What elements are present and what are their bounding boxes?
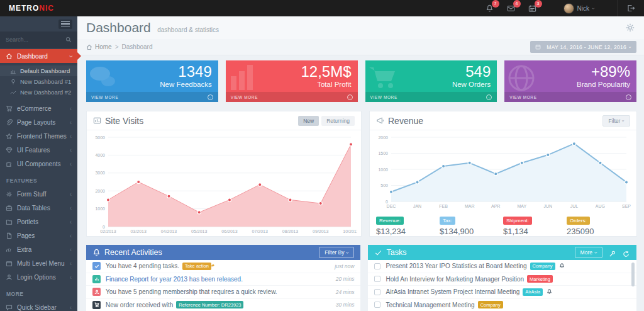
svg-text:JAN: JAN: [413, 204, 421, 208]
date-range-picker[interactable]: MAY 14, 2016 - JUNE 12, 2016 ‹: [530, 41, 636, 53]
take-action-badge[interactable]: Take action: [182, 263, 211, 270]
site-visits-new-button[interactable]: New: [298, 116, 319, 126]
wrench-icon[interactable]: [609, 249, 616, 256]
gear-icon: [6, 191, 13, 198]
activity-row[interactable]: New order received with Reference Number…: [86, 299, 360, 311]
chevron-left-icon: ‹: [70, 260, 72, 267]
sidebar-item-new-dashboard-1[interactable]: New Dashboard #1: [0, 76, 77, 87]
tile-brand-popularity[interactable]: +89% Brand Popularity VIEW MORE→: [504, 60, 636, 102]
tasks-scrollbar[interactable]: [631, 263, 635, 286]
trend-line-icon: [10, 89, 16, 96]
search-input[interactable]: [6, 37, 65, 43]
tile-label: Brand Popularity: [504, 81, 636, 88]
activity-row[interactable]: You have 4 pending tasks. Take action ju…: [86, 260, 360, 273]
check-icon: [92, 262, 101, 270]
sidebar-item-extra[interactable]: Extra‹: [0, 242, 77, 256]
inbox-button[interactable]: 4: [507, 4, 516, 13]
tile-value: +89%: [504, 60, 636, 81]
arrow-circle-icon[interactable]: →: [486, 94, 492, 100]
task-checkbox[interactable]: [374, 276, 380, 282]
tile-view-more[interactable]: VIEW MORE: [509, 95, 536, 99]
top-bar: METRONIC 7 4 3 Nick ‹: [0, 0, 644, 16]
tasks-list: Present 2013 Year IPO Statistics at Boar…: [368, 260, 636, 311]
revenue-stats: Revenue: $13,234 Tax: $134,900 Shipment:…: [370, 212, 636, 240]
chevron-left-icon: ‹: [70, 119, 72, 126]
svg-text:3000: 3000: [95, 171, 105, 175]
svg-text:03/2013: 03/2013: [131, 229, 147, 234]
breadcrumb-home[interactable]: Home: [95, 43, 112, 50]
folder-icon: [6, 218, 13, 225]
svg-text:DEC: DEC: [387, 204, 396, 208]
logo-accent: NIC: [39, 4, 54, 13]
page-settings-button[interactable]: [624, 21, 636, 34]
tile-view-more[interactable]: VIEW MORE: [370, 95, 397, 99]
tile-new-feedbacks[interactable]: 1349 New Feedbacks VIEW MORE→: [86, 60, 218, 102]
notifications-bell-button[interactable]: 7: [486, 4, 494, 13]
sidebar-item-ecommerce[interactable]: eCommerce‹: [0, 101, 77, 115]
sidebar-item-default-dashboard[interactable]: Default Dashboard: [0, 65, 77, 76]
sidebar-item-pages[interactable]: Pages‹: [0, 229, 77, 242]
sidebar-item-label: New Dashboard #2: [20, 89, 71, 96]
sidebar-item-dashboard[interactable]: Dashboard ‹: [0, 49, 77, 63]
paperclip-icon: [6, 119, 13, 126]
sidebar-toggle-button[interactable]: [58, 20, 72, 29]
activity-text: New order received with: [106, 302, 173, 308]
tile-view-more[interactable]: VIEW MORE: [91, 95, 118, 99]
tasks-calendar-button[interactable]: 3: [528, 4, 537, 13]
activity-row[interactable]: You have 5 pending membership that requi…: [86, 286, 360, 299]
task-row[interactable]: Technical Management Meeting Company: [368, 299, 636, 311]
task-checkbox[interactable]: [374, 302, 380, 308]
app-logo[interactable]: METRONIC: [9, 4, 54, 13]
sidebar-item-portlets[interactable]: Portlets‹: [0, 215, 77, 229]
misc-icon: [6, 246, 13, 253]
task-checkbox[interactable]: [374, 263, 380, 269]
svg-text:AUG: AUG: [596, 204, 605, 208]
svg-text:JUN: JUN: [544, 204, 553, 208]
task-checkbox[interactable]: [374, 289, 380, 295]
arrow-circle-icon[interactable]: →: [626, 94, 631, 100]
sidebar-item-ui-features[interactable]: UI Features‹: [0, 143, 77, 157]
sidebar-item-multi-level-menu[interactable]: Multi Level Menu‹: [0, 256, 77, 270]
sidebar-item-new-dashboard-2[interactable]: New Dashboard #2: [0, 87, 77, 98]
portlet-title: Recent Activities: [104, 248, 162, 257]
sidebar-item-label: UI Components: [17, 161, 60, 167]
tile-label: New Feedbacks: [86, 81, 218, 88]
arrow-circle-icon[interactable]: →: [208, 94, 213, 100]
page-subtitle: dashboard & statistics: [157, 26, 219, 33]
sidebar-item-page-layouts[interactable]: Page Layouts‹: [0, 115, 77, 129]
sidebar-section-more: MORE: [0, 284, 77, 300]
portlet-title: Site Visits: [105, 116, 143, 126]
user-menu[interactable]: Nick ‹: [564, 3, 594, 14]
tile-value: 1349: [86, 60, 218, 81]
chevron-left-icon: ‹: [70, 191, 72, 198]
tile-total-profit[interactable]: 12,5M$ Total Profit VIEW MORE→: [226, 60, 358, 102]
task-row[interactable]: Present 2013 Year IPO Statistics at Boar…: [368, 260, 636, 273]
tasks-more-button[interactable]: More‹: [575, 247, 602, 258]
sidebar-item-form-stuff[interactable]: Form Stuff‹: [0, 187, 77, 201]
revenue-filter-button[interactable]: Filter‹: [602, 115, 630, 127]
tasks-count-badge: 3: [535, 0, 542, 8]
sidebar-item-frontend-themes[interactable]: Frontend Themes‹: [0, 129, 77, 143]
activity-text-link[interactable]: Finance Report for year 2013 has been re…: [106, 276, 243, 283]
activities-filter-by-button[interactable]: Filter By‹: [319, 247, 354, 258]
logout-button[interactable]: [617, 0, 644, 16]
refresh-icon[interactable]: [623, 249, 630, 256]
diamond-icon: [6, 147, 13, 154]
task-row[interactable]: Hold An Interview for Marketing Manager …: [368, 273, 636, 286]
tile-new-orders[interactable]: 549 New Orders VIEW MORE→: [365, 60, 497, 102]
tile-view-more[interactable]: VIEW MORE: [231, 95, 258, 99]
sidebar-item-ui-components[interactable]: UI Components‹: [0, 157, 77, 171]
activity-text: You have 4 pending tasks.: [106, 263, 179, 269]
site-visits-returning-button[interactable]: Returning: [321, 116, 355, 126]
activity-row[interactable]: Finance Report for year 2013 has been re…: [86, 273, 360, 286]
reference-number-badge: Reference Number: DR23923: [176, 301, 243, 308]
search-icon[interactable]: [65, 37, 72, 43]
breadcrumb-current: Dashboard: [122, 43, 153, 50]
task-row[interactable]: AirAsia Intranet System Project Internal…: [368, 286, 636, 299]
sidebar-item-quick-sidebar[interactable]: Quick Sidebar‹: [0, 300, 77, 311]
sidebar-item-login-options[interactable]: Login Options‹: [0, 270, 77, 284]
revenue-line-chart: 0500100015002000DECJANFEBMARAPRMAYJUNJUL…: [374, 133, 633, 210]
svg-text:2000: 2000: [378, 135, 388, 140]
arrow-circle-icon[interactable]: →: [347, 94, 353, 100]
sidebar-item-data-tables[interactable]: Data Tables‹: [0, 201, 77, 215]
